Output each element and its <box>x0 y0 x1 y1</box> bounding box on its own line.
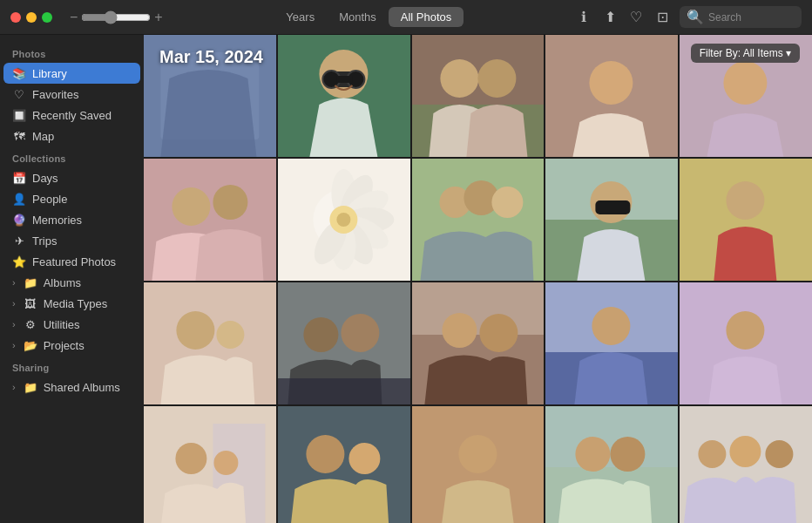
photo-cell[interactable] <box>278 159 410 281</box>
filter-button[interactable]: Filter By: All Items ▾ <box>691 44 800 63</box>
svg-point-13 <box>590 61 633 105</box>
zoom-slider-area: − + <box>70 10 163 25</box>
traffic-lights <box>10 12 52 23</box>
sidebar-label-recently-saved: Recently Saved <box>32 109 112 122</box>
photos-section-label: Photos <box>0 42 144 63</box>
sidebar-label-albums: Albums <box>44 276 81 289</box>
svg-point-43 <box>216 321 244 349</box>
close-button[interactable] <box>10 12 21 23</box>
photo-cell[interactable] <box>545 406 678 523</box>
svg-point-46 <box>341 314 379 352</box>
library-icon: 📚 <box>12 66 26 80</box>
svg-point-62 <box>306 435 344 473</box>
photo-cell[interactable] <box>278 35 410 157</box>
svg-point-17 <box>172 187 210 226</box>
utilities-icon: ⚙ <box>24 317 37 331</box>
filter-label: Filter By: All Items ▾ <box>700 47 791 59</box>
sidebar-item-memories[interactable]: 🔮 Memories <box>3 209 140 230</box>
sidebar-item-trips[interactable]: ✈ Trips <box>3 230 140 251</box>
svg-point-63 <box>348 443 380 474</box>
photo-cell[interactable] <box>412 159 545 281</box>
photo-cell[interactable] <box>412 406 545 523</box>
shared-albums-icon: 📁 <box>24 380 37 394</box>
titlebar: − + Years Months All Photos ℹ ⬆ ♡ ⊡ 🔍 <box>0 0 812 35</box>
crop-icon[interactable]: ⊡ <box>653 9 671 26</box>
svg-point-50 <box>442 313 477 348</box>
search-icon: 🔍 <box>687 9 704 25</box>
search-box[interactable]: 🔍 <box>680 6 802 28</box>
photo-cell[interactable] <box>144 282 276 404</box>
favorites-icon: ♡ <box>12 87 26 101</box>
svg-point-73 <box>766 440 794 468</box>
tab-months[interactable]: Months <box>327 7 389 27</box>
photo-cell[interactable] <box>680 406 812 523</box>
photo-area: Mar 15, 2024 Filter By: All Items ▾ <box>144 35 812 523</box>
photo-cell[interactable] <box>278 282 410 404</box>
sidebar-item-days[interactable]: 📅 Days <box>3 167 140 188</box>
titlebar-right: ℹ ⬆ ♡ ⊡ 🔍 <box>575 6 802 28</box>
photo-cell[interactable] <box>680 159 812 281</box>
svg-rect-7 <box>336 76 352 83</box>
sharing-section-label: Sharing <box>0 356 144 377</box>
people-icon: 👤 <box>12 192 26 206</box>
sidebar: Photos 📚 Library ♡ Favorites 🔲 Recently … <box>0 35 144 523</box>
sidebar-item-map[interactable]: 🗺 Map <box>3 126 140 146</box>
photo-cell[interactable] <box>545 282 678 404</box>
svg-point-71 <box>699 440 727 468</box>
svg-point-59 <box>175 443 206 474</box>
svg-point-69 <box>611 437 646 472</box>
sidebar-label-favorites: Favorites <box>32 88 78 101</box>
sidebar-item-featured-photos[interactable]: ⭐ Featured Photos <box>3 251 140 272</box>
photo-cell[interactable] <box>680 282 812 404</box>
svg-point-10 <box>440 59 478 98</box>
photo-cell[interactable] <box>412 282 545 404</box>
svg-point-72 <box>730 436 761 467</box>
maximize-button[interactable] <box>42 12 52 23</box>
sidebar-item-favorites[interactable]: ♡ Favorites <box>3 84 140 105</box>
share-icon[interactable]: ⬆ <box>601 9 619 26</box>
svg-point-15 <box>724 61 768 105</box>
sidebar-label-media-types: Media Types <box>44 297 107 310</box>
zoom-slider[interactable] <box>81 10 151 24</box>
sidebar-label-memories: Memories <box>32 214 82 227</box>
sidebar-item-albums[interactable]: › 📁 Albums <box>3 272 140 293</box>
sidebar-label-library: Library <box>32 67 67 80</box>
photo-cell[interactable] <box>545 35 678 157</box>
svg-point-68 <box>576 437 611 472</box>
info-icon[interactable]: ℹ <box>575 9 592 26</box>
media-types-icon: 🖼 <box>24 296 37 310</box>
heart-icon[interactable]: ♡ <box>627 9 645 26</box>
photo-cell[interactable] <box>278 406 410 523</box>
photo-cell[interactable] <box>144 35 276 157</box>
svg-point-51 <box>479 314 518 352</box>
sidebar-label-utilities: Utilities <box>44 318 80 331</box>
sidebar-item-people[interactable]: 👤 People <box>3 188 140 209</box>
svg-point-30 <box>336 213 350 227</box>
sidebar-label-days: Days <box>32 172 58 185</box>
sidebar-label-trips: Trips <box>32 234 57 248</box>
svg-point-45 <box>303 317 338 352</box>
tab-all-photos[interactable]: All Photos <box>389 7 464 27</box>
svg-point-34 <box>491 187 523 218</box>
sidebar-item-media-types[interactable]: › 🖼 Media Types <box>3 293 140 314</box>
search-input[interactable] <box>708 11 795 24</box>
photo-cell[interactable] <box>412 35 545 157</box>
sidebar-item-shared-albums[interactable]: › 📁 Shared Albums <box>3 377 140 397</box>
sidebar-item-recently-saved[interactable]: 🔲 Recently Saved <box>3 105 140 126</box>
sidebar-item-utilities[interactable]: › ⚙ Utilities <box>3 314 140 335</box>
collections-section-label: Collections <box>0 146 144 167</box>
sidebar-item-projects[interactable]: › 📂 Projects <box>3 335 140 356</box>
main-content: Photos 📚 Library ♡ Favorites 🔲 Recently … <box>0 35 812 523</box>
minimize-button[interactable] <box>26 12 37 23</box>
projects-icon: 📂 <box>24 338 37 352</box>
photo-cell[interactable] <box>144 406 276 523</box>
svg-rect-47 <box>278 378 410 404</box>
photo-cell[interactable] <box>144 159 276 281</box>
zoom-minus-icon[interactable]: − <box>70 10 78 25</box>
photo-cell[interactable] <box>545 159 678 281</box>
svg-rect-38 <box>596 200 631 214</box>
sidebar-item-library[interactable]: 📚 Library <box>3 63 140 84</box>
tab-years[interactable]: Years <box>274 7 327 27</box>
zoom-plus-icon[interactable]: + <box>154 10 162 25</box>
svg-point-42 <box>176 311 214 350</box>
